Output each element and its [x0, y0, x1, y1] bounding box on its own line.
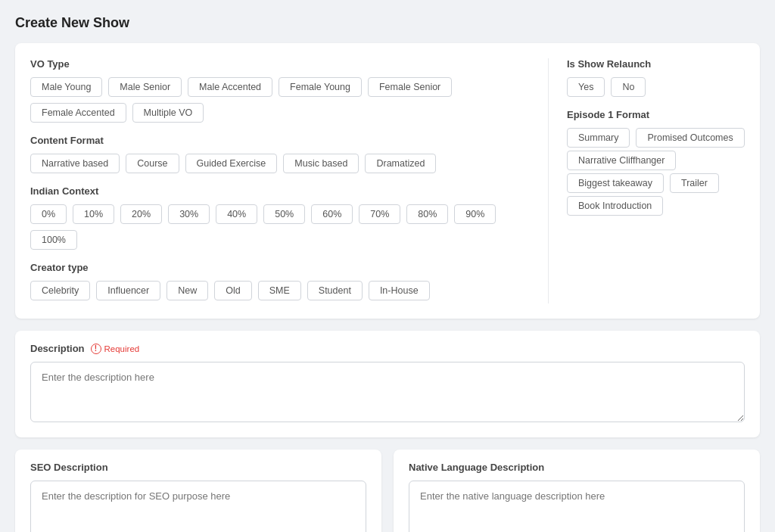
- chip-summary[interactable]: Summary: [567, 128, 630, 148]
- is-show-relaunch-label: Is Show Relaunch: [567, 58, 745, 70]
- vo-type-group: Male Young Male Senior Male Accented Fem…: [30, 77, 530, 123]
- seo-description-textarea[interactable]: [30, 481, 366, 532]
- chip-80[interactable]: 80%: [406, 204, 448, 224]
- chip-sme[interactable]: SME: [258, 281, 301, 300]
- chip-biggest-takeaway[interactable]: Biggest takeaway: [567, 173, 664, 193]
- chip-multiple-vo[interactable]: Multiple VO: [132, 103, 204, 123]
- content-format-label: Content Format: [30, 135, 530, 146]
- chip-guided-exercise[interactable]: Guided Exercise: [185, 154, 278, 173]
- chip-10[interactable]: 10%: [73, 204, 114, 224]
- left-column: VO Type Male Young Male Senior Male Acce…: [30, 58, 530, 303]
- page-title: Create New Show: [15, 15, 760, 31]
- chip-new[interactable]: New: [167, 281, 208, 300]
- right-column: Is Show Relaunch Yes No Episode 1 Format…: [548, 58, 745, 303]
- episode1-format-row3: Biggest takeaway Trailer: [567, 173, 745, 193]
- episode1-format-row2: Narrative Cliffhanger: [567, 151, 745, 170]
- chip-no[interactable]: No: [611, 77, 646, 97]
- chip-in-house[interactable]: In-House: [369, 281, 430, 300]
- description-section: Description ! Required: [15, 331, 760, 437]
- seo-description-label: SEO Description: [30, 462, 108, 473]
- chip-0[interactable]: 0%: [30, 204, 67, 224]
- chip-100[interactable]: 100%: [30, 230, 77, 250]
- chip-40[interactable]: 40%: [216, 204, 257, 224]
- chip-celebrity[interactable]: Celebrity: [30, 281, 90, 300]
- native-language-label: Native Language Description: [409, 462, 544, 473]
- chip-50[interactable]: 50%: [263, 204, 305, 224]
- two-desc-row: SEO Description Native Language Descript…: [15, 450, 760, 532]
- chip-female-young[interactable]: Female Young: [279, 77, 362, 97]
- chip-30[interactable]: 30%: [168, 204, 210, 224]
- required-text: Required: [104, 344, 140, 353]
- chip-female-accented[interactable]: Female Accented: [30, 103, 126, 123]
- episode1-format-row1: Summary Promised Outcomes: [567, 128, 745, 148]
- chip-dramatized[interactable]: Dramatized: [365, 154, 436, 173]
- description-textarea[interactable]: [30, 362, 745, 422]
- seo-description-section: SEO Description: [15, 450, 381, 532]
- episode1-format-row4: Book Introduction: [567, 196, 745, 216]
- indian-context-label: Indian Context: [30, 185, 530, 197]
- chip-male-senior[interactable]: Male Senior: [108, 77, 182, 97]
- content-format-group: Narrative based Course Guided Exercise M…: [30, 154, 530, 173]
- chip-yes[interactable]: Yes: [567, 77, 605, 97]
- creator-type-label: Creator type: [30, 262, 530, 273]
- chip-book-introduction[interactable]: Book Introduction: [567, 196, 663, 216]
- chip-70[interactable]: 70%: [359, 204, 400, 224]
- chip-trailer[interactable]: Trailer: [670, 173, 719, 193]
- chip-male-young[interactable]: Male Young: [30, 77, 102, 97]
- episode1-format-label: Episode 1 Format: [567, 109, 745, 120]
- chip-course[interactable]: Course: [126, 154, 179, 173]
- chip-90[interactable]: 90%: [454, 204, 496, 224]
- required-badge: ! Required: [91, 344, 140, 354]
- chip-male-accented[interactable]: Male Accented: [188, 77, 272, 97]
- chip-60[interactable]: 60%: [311, 204, 353, 224]
- chip-female-senior[interactable]: Female Senior: [368, 77, 452, 97]
- chip-promised-outcomes[interactable]: Promised Outcomes: [636, 128, 744, 148]
- required-icon: !: [91, 344, 101, 354]
- chip-narrative-cliffhanger[interactable]: Narrative Cliffhanger: [567, 151, 676, 170]
- description-label: Description: [30, 343, 85, 354]
- native-language-textarea[interactable]: [409, 481, 745, 532]
- chip-narrative-based[interactable]: Narrative based: [30, 154, 120, 173]
- is-show-relaunch-group: Yes No: [567, 77, 745, 97]
- indian-context-group: 0% 10% 20% 30% 40% 50% 60% 70% 80% 90% 1…: [30, 204, 530, 250]
- creator-type-group: Celebrity Influencer New Old SME Student…: [30, 281, 530, 300]
- chip-student[interactable]: Student: [307, 281, 363, 300]
- chip-old[interactable]: Old: [214, 281, 251, 300]
- chip-20[interactable]: 20%: [120, 204, 162, 224]
- chip-music-based[interactable]: Music based: [283, 154, 359, 173]
- native-language-section: Native Language Description: [394, 450, 760, 532]
- chip-influencer[interactable]: Influencer: [96, 281, 160, 300]
- vo-type-label: VO Type: [30, 58, 530, 70]
- main-options-card: VO Type Male Young Male Senior Male Acce…: [15, 43, 760, 319]
